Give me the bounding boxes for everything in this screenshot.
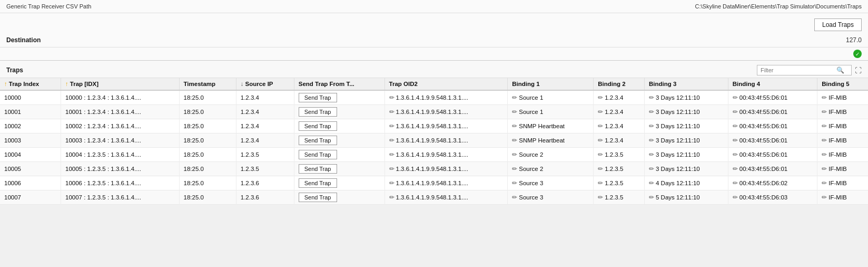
cell-trap-index: 10004 — [0, 148, 61, 162]
col-send-trap[interactable]: Send Trap From T... — [294, 78, 384, 90]
cell-send-trap: Send Trap — [294, 119, 384, 134]
expand-icon[interactable]: ⛶ — [855, 66, 862, 74]
cell-trap-oid2: ✏1.3.6.1.4.1.9.9.548.1.3.1.... — [384, 90, 508, 105]
cell-binding3: ✏3 Days 12:11:10 — [645, 119, 728, 134]
col-binding1[interactable]: Binding 1 — [508, 78, 594, 90]
cell-binding4: ✏00:43:4f:55:D6:01 — [728, 148, 817, 162]
cell-send-trap: Send Trap — [294, 190, 384, 205]
table-header: ↑Trap Index ↑Trap [IDX] Timestamp ↓Sourc… — [0, 78, 868, 90]
cell-timestamp: 18:25.0 — [179, 90, 236, 105]
col-binding2[interactable]: Binding 2 — [594, 78, 645, 90]
col-trap-idx[interactable]: ↑Trap [IDX] — [61, 78, 180, 90]
col-binding5[interactable]: Binding 5 — [817, 78, 868, 90]
cell-binding2: ✏1.2.3.5 — [594, 148, 645, 162]
cell-trap-idx: 10006 : 1.2.3.5 : 1.3.6.1.4.... — [61, 176, 180, 190]
cell-timestamp: 18:25.0 — [179, 148, 236, 162]
traps-table: ↑Trap Index ↑Trap [IDX] Timestamp ↓Sourc… — [0, 78, 868, 205]
cell-trap-index: 10001 — [0, 105, 61, 119]
send-trap-button[interactable]: Send Trap — [299, 150, 337, 159]
cell-source-ip: 1.2.3.6 — [236, 176, 294, 190]
cell-binding2: ✏1.2.3.5 — [594, 176, 645, 190]
table-body: 1000010000 : 1.2.3.4 : 1.3.6.1.4....18:2… — [0, 90, 868, 205]
cell-binding2: ✏1.2.3.5 — [594, 190, 645, 205]
cell-binding3: ✏4 Days 12:11:10 — [645, 176, 728, 190]
cell-send-trap: Send Trap — [294, 90, 384, 105]
cell-trap-oid2: ✏1.3.6.1.4.1.9.9.548.1.3.1.... — [384, 176, 508, 190]
cell-binding5: ✏IF-MIB — [817, 134, 868, 148]
search-icon: 🔍 — [836, 66, 844, 74]
filter-box[interactable]: 🔍 — [757, 65, 852, 75]
col-trap-index[interactable]: ↑Trap Index — [0, 78, 61, 90]
traps-header: Traps 🔍 ⛶ — [0, 61, 868, 78]
cell-trap-oid2: ✏1.3.6.1.4.1.9.9.548.1.3.1.... — [384, 162, 508, 176]
status-icon: ✓ — [853, 50, 862, 58]
send-trap-button[interactable]: Send Trap — [299, 93, 337, 102]
cell-binding4: ✏00:43:4f:55:D6:01 — [728, 90, 817, 105]
table-row: 1000510005 : 1.2.3.5 : 1.3.6.1.4....18:2… — [0, 162, 868, 176]
col-source-ip[interactable]: ↓Source IP — [236, 78, 294, 90]
cell-trap-index: 10006 — [0, 176, 61, 190]
cell-binding3: ✏3 Days 12:11:10 — [645, 162, 728, 176]
cell-trap-index: 10005 — [0, 162, 61, 176]
traps-title: Traps — [6, 66, 23, 74]
cell-binding3: ✏3 Days 12:11:10 — [645, 148, 728, 162]
destination-bar: Destination 127.0 — [0, 33, 868, 47]
cell-binding3: ✏3 Days 12:11:10 — [645, 134, 728, 148]
cell-binding2: ✏1.2.3.4 — [594, 134, 645, 148]
cell-binding2: ✏1.2.3.4 — [594, 119, 645, 134]
cell-binding3: ✏3 Days 12:11:10 — [645, 90, 728, 105]
cell-source-ip: 1.2.3.6 — [236, 190, 294, 205]
csv-path-label: Generic Trap Receiver CSV Path — [6, 3, 91, 9]
load-traps-button[interactable]: Load Traps — [814, 18, 862, 31]
cell-trap-oid2: ✏1.3.6.1.4.1.9.9.548.1.3.1.... — [384, 190, 508, 205]
cell-binding5: ✏IF-MIB — [817, 119, 868, 134]
cell-send-trap: Send Trap — [294, 134, 384, 148]
cell-binding1: ✏Source 3 — [508, 190, 594, 205]
table-row: 1000010000 : 1.2.3.4 : 1.3.6.1.4....18:2… — [0, 90, 868, 105]
cell-timestamp: 18:25.0 — [179, 119, 236, 134]
cell-send-trap: Send Trap — [294, 148, 384, 162]
cell-binding1: ✏SNMP Heartbeat — [508, 134, 594, 148]
cell-binding4: ✏00:43:4f:55:D6:01 — [728, 162, 817, 176]
cell-source-ip: 1.2.3.4 — [236, 134, 294, 148]
send-trap-button[interactable]: Send Trap — [299, 107, 337, 117]
col-trap-oid2[interactable]: Trap OID2 — [384, 78, 508, 90]
cell-source-ip: 1.2.3.5 — [236, 162, 294, 176]
status-check-area: ✓ — [0, 47, 868, 60]
cell-binding2: ✏1.2.3.4 — [594, 90, 645, 105]
send-trap-button[interactable]: Send Trap — [299, 121, 337, 131]
send-trap-button[interactable]: Send Trap — [299, 193, 337, 202]
cell-binding5: ✏IF-MIB — [817, 90, 868, 105]
table-row: 1000610006 : 1.2.3.5 : 1.3.6.1.4....18:2… — [0, 176, 868, 190]
cell-source-ip: 1.2.3.5 — [236, 148, 294, 162]
cell-binding4: ✏00:43:4f:55:D6:01 — [728, 105, 817, 119]
cell-binding2: ✏1.2.3.4 — [594, 105, 645, 119]
cell-binding4: ✏00:43:4f:55:D6:02 — [728, 176, 817, 190]
load-traps-area: Load Traps — [0, 13, 868, 33]
cell-binding1: ✏SNMP Heartbeat — [508, 119, 594, 134]
cell-timestamp: 18:25.0 — [179, 190, 236, 205]
table-row: 1000410004 : 1.2.3.5 : 1.3.6.1.4....18:2… — [0, 148, 868, 162]
destination-label: Destination — [6, 36, 41, 44]
send-trap-button[interactable]: Send Trap — [299, 136, 337, 145]
top-bar: Generic Trap Receiver CSV Path C:\Skylin… — [0, 0, 868, 13]
cell-trap-index: 10000 — [0, 90, 61, 105]
cell-source-ip: 1.2.3.4 — [236, 90, 294, 105]
cell-timestamp: 18:25.0 — [179, 176, 236, 190]
cell-binding2: ✏1.2.3.5 — [594, 162, 645, 176]
cell-binding5: ✏IF-MIB — [817, 162, 868, 176]
cell-source-ip: 1.2.3.4 — [236, 105, 294, 119]
cell-binding4: ✏00:43:4f:55:D6:03 — [728, 190, 817, 205]
col-binding4[interactable]: Binding 4 — [728, 78, 817, 90]
cell-binding1: ✏Source 3 — [508, 176, 594, 190]
cell-trap-idx: 10001 : 1.2.3.4 : 1.3.6.1.4.... — [61, 105, 180, 119]
col-timestamp[interactable]: Timestamp — [179, 78, 236, 90]
send-trap-button[interactable]: Send Trap — [299, 164, 337, 174]
cell-binding5: ✏IF-MIB — [817, 176, 868, 190]
cell-binding4: ✏00:43:4f:55:D6:01 — [728, 134, 817, 148]
col-binding3[interactable]: Binding 3 — [645, 78, 728, 90]
send-trap-button[interactable]: Send Trap — [299, 178, 337, 188]
filter-input[interactable] — [761, 67, 834, 73]
cell-trap-idx: 10007 : 1.2.3.5 : 1.3.6.1.4.... — [61, 190, 180, 205]
cell-trap-index: 10007 — [0, 190, 61, 205]
